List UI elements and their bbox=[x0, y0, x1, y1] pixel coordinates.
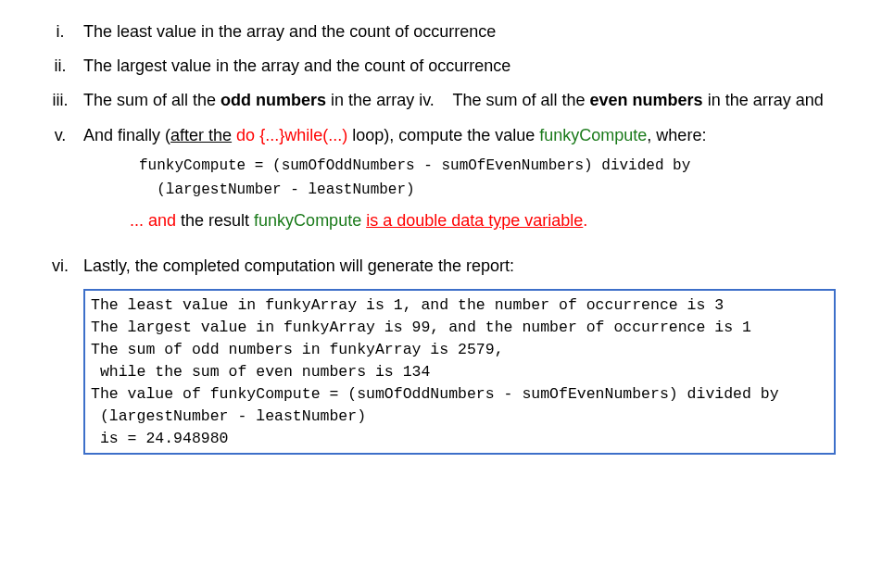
v-dots: ... and bbox=[130, 211, 176, 230]
text-v: And finally (after the do {...}while(...… bbox=[83, 122, 836, 234]
text-iii: The sum of all the odd numbers in the ar… bbox=[83, 87, 836, 114]
v-where: , where: bbox=[647, 126, 706, 144]
iv-part3: The sum of all the bbox=[453, 91, 590, 109]
item-iii: iii. The sum of all the odd numbers in t… bbox=[37, 87, 836, 114]
item-v: v. And finally (after the do {...}while(… bbox=[37, 122, 836, 234]
text-vi: Lastly, the completed computation will g… bbox=[83, 253, 836, 280]
roman-iv-inline: iv. bbox=[419, 91, 435, 109]
v-result-type: is a double data type variable bbox=[366, 211, 583, 230]
formula-line2: (largestNumber - leastNumber) bbox=[139, 179, 836, 203]
roman-iii: iii. bbox=[37, 87, 83, 114]
item-vi: vi. Lastly, the completed computation wi… bbox=[37, 253, 836, 280]
roman-vi: vi. bbox=[37, 253, 83, 280]
iv-even: even numbers bbox=[590, 91, 703, 109]
formula-block: funkyCompute = (sumOfOddNumbers - sumOfE… bbox=[139, 155, 836, 202]
item-ii: ii. The largest value in the array and t… bbox=[37, 53, 836, 80]
output-line2: The largest value in funkyArray is 99, a… bbox=[91, 317, 828, 339]
iii-part2: in the array bbox=[326, 91, 419, 109]
v-result-funky: funkyCompute bbox=[254, 211, 361, 230]
v-funky: funkyCompute bbox=[539, 126, 647, 144]
roman-v: v. bbox=[37, 122, 83, 234]
item-i: i. The least value in the array and the … bbox=[37, 19, 836, 45]
output-line5: The value of funkyCompute = (sumOfOddNum… bbox=[91, 383, 828, 406]
iii-odd: odd numbers bbox=[220, 91, 326, 109]
v-loop: loop), compute the value bbox=[347, 126, 539, 144]
roman-i: i. bbox=[37, 19, 83, 45]
v-do-while: do {...}while(...) bbox=[236, 126, 347, 144]
v-result-mid: the result bbox=[176, 211, 254, 230]
v-result-dot: . bbox=[583, 211, 587, 230]
iv-part4: in the array and bbox=[703, 91, 824, 109]
output-line1: The least value in funkyArray is 1, and … bbox=[91, 294, 828, 317]
output-line6: (largestNumber - leastNumber) bbox=[91, 406, 828, 428]
formula-line1: funkyCompute = (sumOfOddNumbers - sumOfE… bbox=[139, 155, 836, 179]
v-after-the: after the bbox=[170, 126, 232, 144]
output-box: The least value in funkyArray is 1, and … bbox=[83, 289, 836, 455]
v-and-finally: And finally ( bbox=[83, 126, 170, 144]
text-i: The least value in the array and the cou… bbox=[83, 19, 836, 45]
output-line7: is = 24.948980 bbox=[91, 428, 828, 450]
roman-ii: ii. bbox=[37, 53, 83, 80]
v-result-line: ... and the result funkyCompute is a dou… bbox=[130, 207, 836, 234]
output-line4: while the sum of even numbers is 134 bbox=[91, 361, 828, 383]
text-ii: The largest value in the array and the c… bbox=[83, 53, 836, 80]
output-line3: The sum of odd numbers in funkyArray is … bbox=[91, 339, 828, 361]
iii-part1: The sum of all the bbox=[83, 91, 220, 109]
